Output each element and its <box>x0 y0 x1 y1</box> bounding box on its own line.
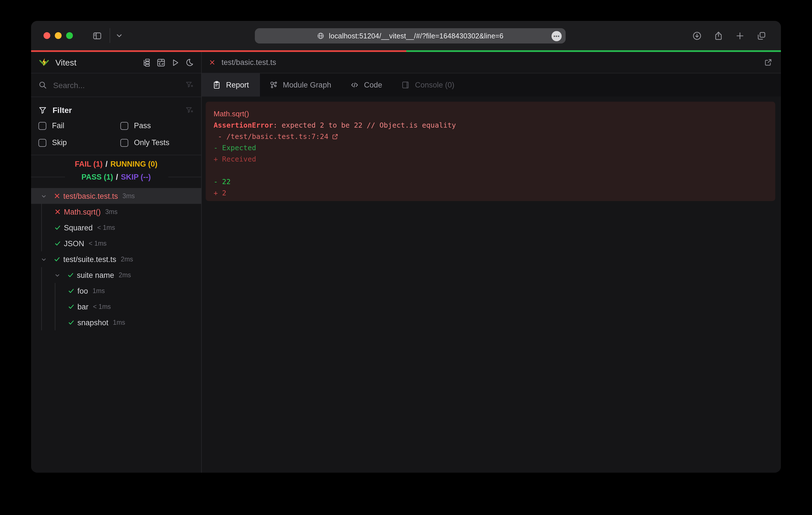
tree-item-duration: < 1ms <box>93 303 111 310</box>
sidebar-toggle-icon[interactable] <box>91 31 103 40</box>
tree-item-duration: < 1ms <box>89 240 107 247</box>
filter-section: Filter Fail Pass <box>31 97 201 155</box>
tree-item-label[interactable]: test/basic.test.ts <box>63 192 118 200</box>
tab-label: Report <box>226 81 249 89</box>
share-icon[interactable] <box>714 31 723 40</box>
tree-item-label[interactable]: JSON <box>64 239 84 248</box>
summary-divider <box>31 177 65 177</box>
diff-line: - Expected <box>213 142 767 154</box>
tree-item-label[interactable]: Math.sqrt() <box>64 208 101 216</box>
pass-check-icon <box>68 319 75 326</box>
tree-row[interactable]: bar< 1ms <box>31 299 201 314</box>
window-controls <box>44 32 73 39</box>
chevron-down-icon[interactable] <box>54 272 60 278</box>
tree-row[interactable]: suite name2ms <box>31 267 201 283</box>
filter-checkbox-only-tests[interactable]: Only Tests <box>120 138 194 147</box>
vitest-logo <box>38 57 50 68</box>
zoom-window-button[interactable] <box>66 32 73 39</box>
toolbar-divider <box>110 28 110 43</box>
tree-guide <box>41 204 42 220</box>
tree-row[interactable]: Squared< 1ms <box>31 220 201 236</box>
tree-item-label[interactable]: suite name <box>77 271 114 279</box>
tree-item-label[interactable]: bar <box>78 302 88 311</box>
filter-checkbox-skip[interactable]: Skip <box>38 138 120 147</box>
filter-icon <box>38 106 47 114</box>
filter-checkbox-pass[interactable]: Pass <box>120 121 194 130</box>
tab-report[interactable]: Report <box>202 73 260 96</box>
filter-title: Filter <box>53 105 185 115</box>
download-icon[interactable] <box>692 31 702 40</box>
tree-row[interactable]: foo1ms <box>31 283 201 299</box>
close-icon[interactable] <box>209 59 215 65</box>
clear-filter-icon[interactable] <box>185 106 194 114</box>
external-link-icon[interactable] <box>332 133 339 140</box>
tab-code[interactable]: Code <box>341 73 392 96</box>
report-content: Math.sqrt() AssertionError: expected 2 t… <box>202 96 781 473</box>
minimize-window-button[interactable] <box>55 32 62 39</box>
sidebar-header: Vitest <box>31 52 201 73</box>
error-message: : expected 2 to be 22 // Object.is equal… <box>273 121 456 129</box>
globe-icon <box>317 32 324 39</box>
chevron-down-icon[interactable] <box>116 32 123 39</box>
tab-label: Code <box>364 81 382 89</box>
tree-row[interactable]: snapshot1ms <box>31 314 201 330</box>
tree-item-duration: 3ms <box>123 192 135 199</box>
page-menu-button[interactable]: ••• <box>551 31 562 41</box>
tree-item-duration: 1ms <box>93 287 105 294</box>
console-icon <box>402 81 410 89</box>
moon-icon[interactable] <box>185 58 194 67</box>
pass-check-icon <box>54 256 60 263</box>
tab-label: Console (0) <box>415 81 455 89</box>
close-window-button[interactable] <box>44 32 50 39</box>
diff-line: + 2 <box>213 187 767 199</box>
stack-trace-line[interactable]: - /test/basic.test.ts:7:24 <box>213 131 767 142</box>
module-graph-icon <box>269 81 278 89</box>
checkbox[interactable] <box>120 139 128 147</box>
tree-item-label[interactable]: snapshot <box>78 318 109 327</box>
tab-module-graph[interactable]: Module Graph <box>260 73 341 96</box>
tree-row[interactable]: test/basic.test.ts3ms <box>31 188 201 204</box>
address-bar[interactable]: localhost:51204/__vitest__/#/?file=16484… <box>255 28 566 43</box>
tree-item-duration: 2ms <box>121 256 133 263</box>
fail-count: FAIL (1) <box>75 160 103 168</box>
tree-guide <box>55 283 55 299</box>
main-panel: test/basic.test.ts Report <box>202 52 781 473</box>
checkbox[interactable] <box>38 122 46 130</box>
tree-row[interactable]: JSON< 1ms <box>31 236 201 251</box>
tree-item-duration: < 1ms <box>97 224 115 231</box>
tree-row[interactable]: Math.sqrt()3ms <box>31 204 201 220</box>
test-tree: test/basic.test.ts3msMath.sqrt()3msSquar… <box>31 188 201 473</box>
checkbox[interactable] <box>120 122 128 130</box>
code-icon <box>350 81 359 89</box>
external-link-icon[interactable] <box>764 58 773 67</box>
tree-view-icon[interactable] <box>142 58 151 67</box>
play-icon[interactable] <box>171 58 180 67</box>
chevron-down-icon[interactable] <box>41 256 47 262</box>
clear-filter-icon[interactable] <box>185 81 194 89</box>
summary-divider <box>168 177 201 177</box>
tree-item-label[interactable]: Squared <box>64 223 93 232</box>
running-count: RUNNING (0) <box>111 160 158 168</box>
chevron-down-icon[interactable] <box>41 193 47 199</box>
tab-overview-icon[interactable] <box>757 31 766 40</box>
assertion-error-line: AssertionError: expected 2 to be 22 // O… <box>213 120 767 131</box>
checkbox-label: Skip <box>52 138 67 147</box>
stack-location[interactable]: - /test/basic.test.ts:7:24 <box>213 132 328 141</box>
dashboard-icon[interactable] <box>156 58 166 67</box>
screen: localhost:51204/__vitest__/#/?file=16484… <box>0 0 812 515</box>
tree-item-duration: 3ms <box>106 208 118 215</box>
tree-item-label[interactable]: foo <box>78 286 88 295</box>
new-tab-icon[interactable] <box>735 31 745 40</box>
diff-line <box>213 165 767 176</box>
search-bar <box>31 73 201 97</box>
tab-console[interactable]: Console (0) <box>392 73 464 96</box>
clipboard-icon <box>212 81 221 89</box>
open-file-name: test/basic.test.ts <box>222 58 764 67</box>
search-input[interactable] <box>52 80 185 90</box>
filter-checkbox-fail[interactable]: Fail <box>38 121 120 130</box>
tree-item-label[interactable]: test/suite.test.ts <box>63 255 116 264</box>
url-text[interactable]: localhost:51204/__vitest__/#/?file=16484… <box>329 32 503 40</box>
checkbox[interactable] <box>38 139 46 147</box>
fail-x-icon <box>54 192 60 199</box>
tree-row[interactable]: test/suite.test.ts2ms <box>31 251 201 267</box>
